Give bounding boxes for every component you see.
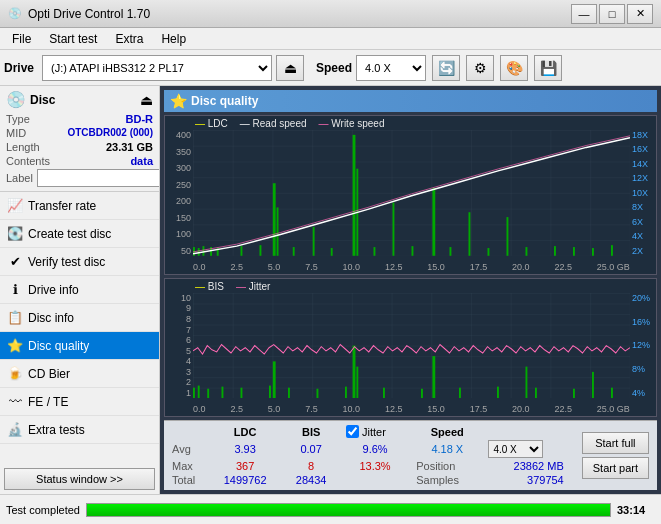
speed-result-select[interactable]: 4.0 X (488, 440, 543, 458)
svg-rect-22 (488, 248, 490, 256)
max-row: Max 367 8 13.3% Position 23862 MB (168, 459, 570, 473)
avg-label: Avg (168, 439, 208, 459)
progress-bar-container (86, 503, 611, 517)
total-row: Total 1499762 28434 Samples 379754 (168, 473, 570, 487)
verify-disc-label: Verify test disc (28, 255, 105, 269)
svg-rect-3 (203, 246, 205, 256)
stats-row: LDC BIS Jitter Speed (168, 424, 653, 487)
stats-table: LDC BIS Jitter Speed (168, 424, 570, 487)
svg-rect-21 (450, 247, 452, 256)
disc-label-row: Label 🔒 (6, 169, 153, 187)
jitter-checkbox[interactable] (346, 425, 359, 438)
verify-disc-icon: ✔ (6, 253, 24, 271)
disc-mid-label: MID (6, 127, 26, 139)
sidebar-item-verify-test-disc[interactable]: ✔ Verify test disc (0, 248, 159, 276)
sidebar-item-fe-te[interactable]: 〰 FE / TE (0, 388, 159, 416)
svg-rect-8 (313, 227, 315, 256)
refresh-button[interactable]: 🔄 (432, 55, 460, 81)
bottom-legend: — BIS — Jitter (195, 281, 270, 292)
disc-label-label: Label (6, 172, 33, 184)
start-part-button[interactable]: Start part (582, 457, 649, 479)
create-disc-label: Create test disc (28, 227, 111, 241)
titlebar-controls: — □ ✕ (571, 4, 653, 24)
svg-rect-35 (273, 361, 276, 398)
speed-select[interactable]: 4.0 X 2.0 X 8.0 X (356, 55, 426, 81)
disc-eject-icon[interactable]: ⏏ (140, 92, 153, 108)
sidebar-item-transfer-rate[interactable]: 📈 Transfer rate (0, 192, 159, 220)
label-input[interactable] (37, 169, 160, 187)
content-area: ⭐ Disc quality — LDC — Read speed — Writ… (160, 86, 661, 494)
sidebar-item-disc-quality[interactable]: ⭐ Disc quality (0, 332, 159, 360)
drive-label: Drive (4, 61, 34, 75)
top-y-axis-left: 400 350 300 250 200 150 100 50 (165, 130, 193, 256)
svg-rect-46 (459, 387, 461, 398)
cd-bier-label: CD Bier (28, 367, 70, 381)
ldc-col-header: LDC (208, 424, 282, 439)
menu-file[interactable]: File (4, 30, 39, 48)
minimize-button[interactable]: — (571, 4, 597, 24)
status-time: 33:14 (617, 504, 655, 516)
menu-start-test[interactable]: Start test (41, 30, 105, 48)
sidebar: 💿 Disc ⏏ Type BD-R MID OTCBDR002 (000) L… (0, 86, 160, 494)
disc-icon: 💿 (6, 90, 26, 109)
app-title: Opti Drive Control 1.70 (28, 7, 150, 21)
disc-header-left: 💿 Disc (6, 90, 55, 109)
sidebar-item-create-test-disc[interactable]: 💽 Create test disc (0, 220, 159, 248)
start-full-button[interactable]: Start full (582, 432, 649, 454)
settings-button[interactable]: ⚙ (466, 55, 494, 81)
svg-rect-48 (535, 387, 537, 398)
drive-select[interactable]: (J:) ATAPI iHBS312 2 PL17 (42, 55, 272, 81)
status-bar: Test completed 33:14 (0, 494, 661, 524)
sidebar-item-extra-tests[interactable]: 🔬 Extra tests (0, 416, 159, 444)
jitter-legend: — Jitter (236, 281, 270, 292)
disc-mid-row: MID OTCBDR002 (000) (6, 127, 153, 139)
sidebar-item-disc-info[interactable]: 📋 Disc info (0, 304, 159, 332)
bis-chart-svg (193, 293, 630, 398)
svg-rect-19 (374, 247, 376, 256)
svg-rect-47 (497, 386, 499, 398)
disc-type-label: Type (6, 113, 30, 125)
drive-toolbar: Drive (J:) ATAPI iHBS312 2 PL17 ⏏ Speed … (0, 50, 661, 86)
svg-rect-14 (507, 217, 509, 256)
extra-tests-label: Extra tests (28, 423, 85, 437)
charts-wrapper: — LDC — Read speed — Write speed 400 350… (164, 112, 657, 420)
bottom-x-axis: 0.02.55.07.510.012.515.017.520.022.525.0… (193, 404, 630, 414)
jitter-checkbox-row: Jitter (346, 425, 404, 438)
svg-rect-34 (269, 385, 271, 398)
svg-rect-17 (293, 247, 295, 256)
read-speed-legend: — Read speed (240, 118, 307, 129)
svg-rect-42 (317, 389, 319, 398)
bis-legend: — BIS (195, 281, 224, 292)
disc-info-icon: 📋 (6, 309, 24, 327)
sidebar-item-cd-bier[interactable]: 🍺 CD Bier (0, 360, 159, 388)
svg-rect-39 (526, 366, 528, 398)
svg-rect-0 (193, 130, 630, 256)
max-label: Max (168, 459, 208, 473)
maximize-button[interactable]: □ (599, 4, 625, 24)
sidebar-item-drive-info[interactable]: ℹ Drive info (0, 276, 159, 304)
disc-quality-label: Disc quality (28, 339, 89, 353)
top-y-axis-right: 18X 16X 14X 12X 10X 8X 6X 4X 2X (630, 130, 656, 256)
menu-extra[interactable]: Extra (107, 30, 151, 48)
color-button[interactable]: 🎨 (500, 55, 528, 81)
stats-panel: LDC BIS Jitter Speed (164, 420, 657, 490)
svg-rect-36 (353, 345, 356, 398)
avg-row: Avg 3.93 0.07 9.6% 4.18 X 4.0 X (168, 439, 570, 459)
total-bis-value: 28434 (282, 473, 340, 487)
disc-mid-value: OTCBDR002 (000) (67, 127, 153, 139)
bis-chart-section: — BIS — Jitter 10 9 8 7 6 5 4 3 2 1 (164, 278, 657, 417)
menubar: File Start test Extra Help (0, 28, 661, 50)
svg-rect-12 (432, 188, 435, 256)
cd-bier-icon: 🍺 (6, 365, 24, 383)
close-button[interactable]: ✕ (627, 4, 653, 24)
avg-ldc-value: 3.93 (208, 439, 282, 459)
svg-rect-13 (469, 212, 471, 256)
eject-button[interactable]: ⏏ (276, 55, 304, 81)
total-label: Total (168, 473, 208, 487)
menu-help[interactable]: Help (153, 30, 194, 48)
save-button[interactable]: 💾 (534, 55, 562, 81)
svg-rect-29 (193, 387, 195, 398)
disc-length-label: Length (6, 141, 40, 153)
status-window-button[interactable]: Status window >> (4, 468, 155, 490)
ldc-chart-section: — LDC — Read speed — Write speed 400 350… (164, 115, 657, 275)
